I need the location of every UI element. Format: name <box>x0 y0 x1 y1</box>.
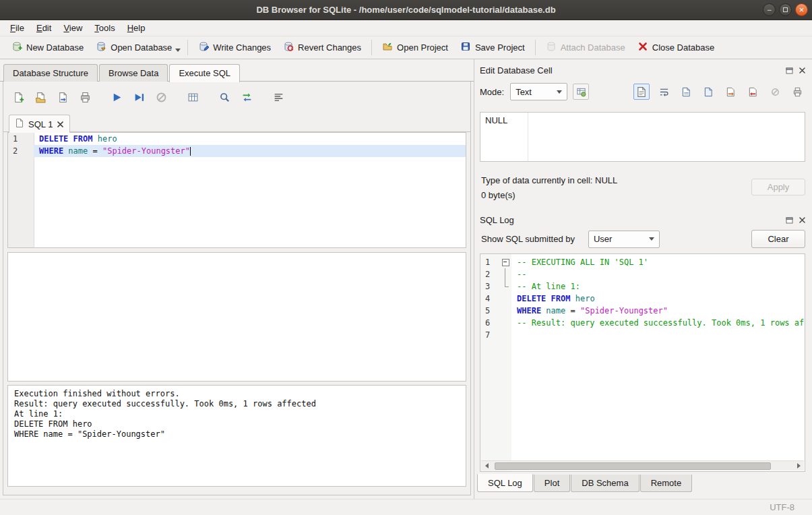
scroll-right-icon[interactable] <box>793 461 804 471</box>
sql-editor[interactable]: 1DELETE FROM hero2WHERE name = "Spider-Y… <box>7 132 466 248</box>
revert-changes-button[interactable]: Revert Changes <box>277 38 367 57</box>
toolbar-separator <box>535 40 536 55</box>
open-database-dropdown-icon[interactable] <box>175 49 181 52</box>
tab-remote[interactable]: Remote <box>640 475 693 492</box>
fold-line <box>501 268 511 280</box>
code-text: WHERE name = "Spider-Youngster" <box>511 305 805 317</box>
line-number: 3 <box>480 280 501 293</box>
sql-log-viewer[interactable]: 1-- EXECUTING ALL IN 'SQL 1'2--3-- At li… <box>480 253 805 472</box>
code-text: -- <box>511 268 805 280</box>
execute-sql-page: SQL 1 1DELETE FROM hero2WHERE name = "Sp… <box>3 82 471 495</box>
execute-all-icon[interactable] <box>110 90 123 104</box>
apply-button[interactable]: Apply <box>751 179 805 195</box>
menu-help[interactable]: Help <box>121 21 152 35</box>
code-text: -- At line 1: <box>511 280 805 293</box>
float-dock-icon[interactable] <box>785 216 794 224</box>
export-results-icon[interactable] <box>186 90 199 104</box>
toolbar-separator <box>187 40 188 55</box>
find-icon[interactable] <box>218 90 231 104</box>
close-button[interactable]: × <box>795 3 808 16</box>
edit-cell-title: Edit Database Cell <box>480 65 785 75</box>
export-icon[interactable] <box>745 84 761 100</box>
main-tabbar: Database Structure Browse Data Execute S… <box>0 59 474 82</box>
menu-view[interactable]: View <box>57 21 88 35</box>
open-database-button[interactable]: Open Database <box>90 38 178 57</box>
menu-edit[interactable]: Edit <box>30 21 57 35</box>
execution-message-text: Execution finished without errors. Resul… <box>14 389 460 440</box>
cell-print-icon[interactable] <box>789 84 805 100</box>
write-changes-icon <box>198 41 209 54</box>
menu-file[interactable]: File <box>4 21 30 35</box>
clear-log-button[interactable]: Clear <box>751 230 805 248</box>
titlebar[interactable]: DB Browser for SQLite - /home/user/code/… <box>0 0 812 20</box>
float-dock-icon[interactable] <box>785 66 794 75</box>
close-dock-icon[interactable] <box>798 66 807 75</box>
line-number: 6 <box>480 317 501 329</box>
scroll-left-icon[interactable] <box>481 461 492 471</box>
code-line: 1-- EXECUTING ALL IN 'SQL 1' <box>480 256 805 268</box>
tab-execute-sql[interactable]: Execute SQL <box>169 64 240 82</box>
results-grid[interactable] <box>7 252 466 382</box>
open-file-icon[interactable] <box>678 84 694 100</box>
new-tab-icon[interactable] <box>11 90 25 104</box>
horizontal-scrollbar[interactable] <box>481 460 804 471</box>
window-controls: − × <box>763 3 808 16</box>
text-cursor <box>190 147 191 156</box>
line-number: 7 <box>480 329 501 341</box>
import-icon[interactable] <box>722 84 739 100</box>
format-icon[interactable] <box>272 90 285 104</box>
sql-doc-tab-close-icon[interactable] <box>57 119 63 129</box>
text-document-icon[interactable] <box>633 84 650 100</box>
tab-database-structure[interactable]: Database Structure <box>3 64 98 82</box>
code-text <box>511 329 805 341</box>
execute-current-line-icon[interactable] <box>132 90 146 104</box>
close-dock-icon[interactable] <box>798 216 807 224</box>
new-database-button[interactable]: New Database <box>5 38 90 57</box>
close-database-button[interactable]: Close Database <box>631 38 721 57</box>
sql-doc-tab[interactable]: SQL 1 <box>9 115 70 133</box>
write-changes-button[interactable]: Write Changes <box>192 38 277 57</box>
save-file-icon[interactable] <box>700 84 716 100</box>
line-number: 4 <box>480 293 501 305</box>
encoding-indicator[interactable]: UTF-8 <box>770 502 794 512</box>
left-pane: Database Structure Browse Data Execute S… <box>0 59 474 499</box>
fold-marker-icon[interactable] <box>501 256 511 268</box>
minimize-button[interactable]: − <box>763 3 776 16</box>
mode-label: Mode: <box>480 87 504 97</box>
open-sql-in-new-tab-icon[interactable] <box>56 90 69 104</box>
maximize-button[interactable] <box>779 3 792 16</box>
set-null-icon[interactable] <box>767 84 783 100</box>
fold-line <box>501 317 511 329</box>
save-project-button[interactable]: Save Project <box>454 38 531 57</box>
new-database-icon <box>11 41 22 54</box>
log-filter-combobox[interactable]: User <box>588 231 660 248</box>
open-project-button[interactable]: Open Project <box>376 38 454 57</box>
line-number: 1 <box>8 133 34 145</box>
open-database-label: Open Database <box>111 42 172 53</box>
cell-size-info: 0 byte(s) <box>481 190 516 200</box>
line-number: 5 <box>480 305 501 317</box>
cell-value-editor[interactable]: NULL <box>480 112 805 162</box>
fold-line <box>501 329 511 341</box>
sql-doc-tab-label: SQL 1 <box>28 119 53 129</box>
execution-message-panel[interactable]: Execution finished without errors. Resul… <box>7 385 466 487</box>
word-wrap-icon[interactable] <box>656 84 672 100</box>
open-sql-file-icon[interactable] <box>34 90 47 104</box>
tab-browse-data[interactable]: Browse Data <box>99 64 168 82</box>
stop-icon[interactable] <box>154 90 168 104</box>
menu-tools[interactable]: Tools <box>88 21 121 35</box>
tab-plot[interactable]: Plot <box>534 475 570 492</box>
scrollbar-thumb[interactable] <box>495 462 771 470</box>
mode-combobox[interactable]: Text <box>510 83 567 100</box>
replace-icon[interactable] <box>240 90 253 104</box>
tab-db-schema[interactable]: DB Schema <box>571 475 639 492</box>
auto-switch-icon[interactable] <box>573 84 589 100</box>
code-text: DELETE FROM hero <box>511 293 805 305</box>
sql-log-lines: 1-- EXECUTING ALL IN 'SQL 1'2--3-- At li… <box>480 256 805 341</box>
sql-file-icon <box>15 119 24 129</box>
line-number: 1 <box>480 256 501 268</box>
tab-sql-log[interactable]: SQL Log <box>477 474 533 492</box>
print-icon[interactable] <box>78 90 92 104</box>
attach-database-button[interactable]: Attach Database <box>540 38 631 57</box>
dock-icons <box>785 66 807 75</box>
